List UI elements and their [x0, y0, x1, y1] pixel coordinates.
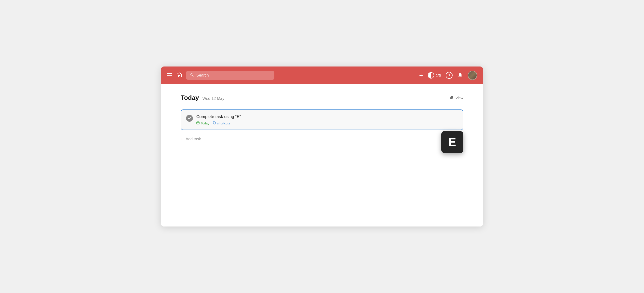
- svg-rect-7: [196, 122, 199, 124]
- search-bar[interactable]: [186, 71, 274, 80]
- view-button[interactable]: View: [449, 95, 463, 100]
- page-title-group: Today Wed 12 May: [181, 94, 224, 102]
- navbar: + 2/5 ?: [161, 66, 483, 84]
- svg-point-4: [450, 96, 451, 97]
- shortcut-letter: E: [449, 136, 456, 148]
- main-content: Today Wed 12 May View: [161, 84, 483, 226]
- search-icon: [190, 73, 194, 78]
- navbar-right: + 2/5 ?: [419, 71, 477, 80]
- task-date-badge[interactable]: Today: [196, 121, 209, 125]
- task-complete-checkbox[interactable]: [186, 115, 193, 122]
- karma-icon: [428, 72, 434, 78]
- task-label-badge[interactable]: shortcuts: [213, 121, 230, 125]
- task-content: Complete task using “E”: [196, 114, 458, 125]
- add-task-plus-icon: +: [181, 137, 183, 141]
- keyboard-shortcut-badge: E: [441, 131, 463, 153]
- add-button[interactable]: +: [419, 72, 423, 78]
- label-icon: [213, 121, 216, 125]
- help-icon[interactable]: ?: [446, 72, 452, 79]
- page-date: Wed 12 May: [202, 96, 224, 101]
- hamburger-menu-icon[interactable]: [167, 73, 172, 77]
- svg-point-5: [452, 97, 452, 98]
- search-input[interactable]: [196, 73, 270, 78]
- avatar[interactable]: [468, 71, 477, 80]
- app-window: + 2/5 ?: [161, 66, 483, 226]
- task-meta: Today shortcuts: [196, 121, 458, 125]
- notification-bell-icon[interactable]: [458, 72, 463, 78]
- content-wrapper: Complete task using “E”: [181, 110, 463, 143]
- calendar-icon: [196, 121, 200, 125]
- filter-icon: [449, 95, 454, 100]
- home-icon[interactable]: [176, 72, 182, 79]
- svg-point-8: [214, 122, 214, 122]
- navbar-left: [167, 71, 415, 80]
- task-title: Complete task using “E”: [196, 114, 458, 119]
- svg-point-6: [450, 98, 451, 99]
- task-card[interactable]: Complete task using “E”: [181, 110, 463, 130]
- add-task-label: Add task: [186, 137, 201, 141]
- karma-badge[interactable]: 2/5: [428, 72, 441, 78]
- add-task-button[interactable]: + Add task: [181, 135, 463, 143]
- task-row: Complete task using “E”: [186, 114, 458, 125]
- page-header: Today Wed 12 May View: [181, 94, 463, 102]
- page-title: Today: [181, 94, 199, 102]
